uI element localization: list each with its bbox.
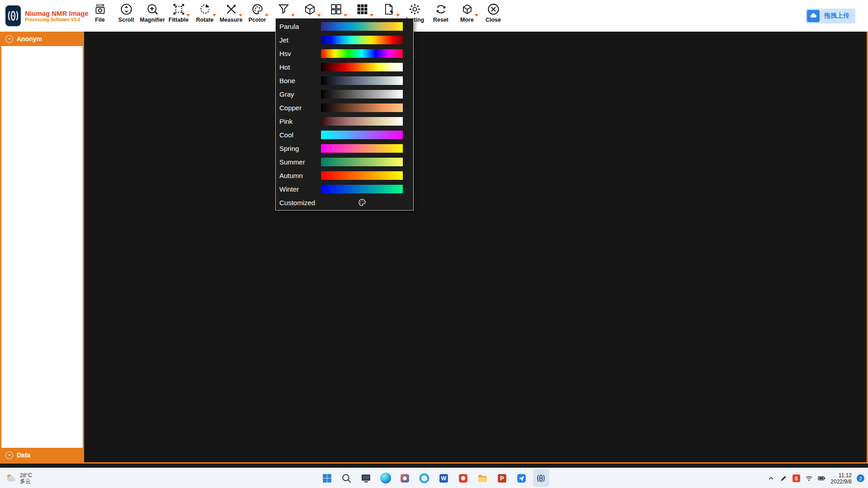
toolbar-button-label: Fittable	[169, 17, 189, 23]
colormap-gradient	[321, 22, 403, 31]
toolbar-button-label: Measure	[220, 17, 243, 23]
app-title: Niumag NMR Image	[25, 9, 89, 17]
magnifier-icon	[146, 2, 159, 16]
taskbar-app-niumag[interactable]	[533, 469, 549, 487]
colormap-item-label: Customized	[279, 199, 321, 206]
colormap-item-label: Jet	[279, 36, 321, 44]
colormap-item-hsv[interactable]: Hsv	[276, 47, 413, 60]
palette-icon	[321, 198, 403, 207]
sidebar-panel-anonym-label: Anonym	[17, 35, 42, 42]
cube-icon	[303, 2, 316, 16]
taskbar-weather[interactable]: 28°C 多云	[5, 468, 32, 488]
toolbar-button-pcolor[interactable]: Pcolor	[245, 0, 269, 32]
system-tray: S 11:12 2022/9/8 2	[767, 468, 864, 488]
colormap-item-gray[interactable]: Gray	[276, 87, 413, 101]
layout-icon	[329, 2, 343, 16]
sidebar-panel-data[interactable]: Data	[1, 448, 83, 462]
toolbar-button-close[interactable]: Close	[481, 0, 505, 32]
dcm-file-icon: DCM	[93, 2, 107, 16]
toolbar-button-label: More	[460, 17, 474, 23]
tray-ime-icon[interactable]: S	[793, 474, 800, 482]
dropdown-caret-icon	[265, 14, 269, 17]
colormap-item-jet[interactable]: Jet	[276, 33, 413, 47]
colormap-gradient	[321, 103, 403, 112]
colormap-item-summer[interactable]: Summer	[276, 155, 413, 169]
taskbar-app-folder[interactable]	[475, 469, 491, 487]
niumag-logo-icon	[5, 5, 21, 26]
tray-pen-icon[interactable]	[780, 474, 788, 482]
main-canvas	[84, 32, 867, 462]
reset-icon	[434, 2, 448, 16]
toolbar-button-scroll[interactable]: Scroll	[114, 0, 138, 32]
toolbar-button-label: Reset	[433, 17, 448, 23]
tray-battery-icon[interactable]	[818, 474, 826, 482]
toolbar-button-rotate[interactable]: Rotate	[193, 0, 217, 32]
dropdown-caret-icon	[317, 14, 321, 17]
taskbar-app-search[interactable]	[339, 469, 354, 487]
colormap-item-autumn[interactable]: Autumn	[276, 169, 413, 182]
toolbar-button-measure[interactable]: Measure	[219, 0, 243, 32]
colormap-item-winter[interactable]: Winter	[276, 182, 413, 196]
toolbar-button-label: Rotate	[196, 17, 214, 23]
colormap-item-parula[interactable]: Parula	[276, 19, 413, 33]
notification-badge[interactable]: 2	[857, 474, 864, 482]
taskbar-app-utility[interactable]	[397, 469, 413, 487]
setting-icon	[408, 2, 421, 16]
colormap-item-customized[interactable]: Customized	[276, 196, 413, 209]
toolbar-button-fittable[interactable]: Fittable	[166, 0, 191, 32]
rotate-icon	[198, 2, 212, 16]
dropdown-caret-icon	[344, 14, 347, 17]
taskbar-app-circle-app[interactable]	[417, 469, 432, 487]
colormap-gradient	[321, 76, 403, 85]
taskbar-app-explorer[interactable]	[359, 469, 374, 487]
taskbar-clock[interactable]: 11:12 2022/9/8	[830, 472, 852, 485]
tray-chevron-up-icon[interactable]	[767, 474, 775, 482]
taskbar-app-blue-app[interactable]	[514, 469, 529, 487]
taskbar-app-edge[interactable]	[378, 469, 393, 487]
toolbar-button-more[interactable]: More	[455, 0, 479, 32]
clock-time: 11:12	[830, 472, 852, 479]
colormap-gradient	[321, 171, 403, 180]
colormap-item-hot[interactable]: Hot	[276, 60, 413, 74]
toolbar-button-label: Scroll	[118, 17, 134, 23]
colormap-item-bone[interactable]: Bone	[276, 74, 413, 87]
colormap-gradient	[321, 158, 403, 166]
app-title-block: Niumag NMR Image Processing Software V3.…	[25, 9, 89, 23]
taskbar-app-word[interactable]: W	[436, 469, 452, 487]
colormap-item-label: Summer	[279, 158, 321, 166]
weather-texts: 28°C 多云	[20, 473, 32, 484]
taskbar-app-start[interactable]	[320, 469, 335, 487]
colormap-item-label: Copper	[279, 104, 321, 112]
colormap-item-copper[interactable]: Copper	[276, 101, 413, 114]
colormap-item-label: Bone	[279, 77, 321, 84]
dropdown-caret-icon	[475, 14, 478, 17]
tray-wifi-icon[interactable]	[805, 474, 813, 482]
colormap-item-label: Hsv	[279, 50, 321, 57]
colormap-item-cool[interactable]: Cool	[276, 128, 413, 141]
fittable-icon	[172, 2, 185, 16]
colormap-gradient	[321, 90, 403, 99]
toolbar-button-reset[interactable]: Reset	[429, 0, 453, 32]
close-icon	[486, 2, 500, 16]
toolbar-button-label: Magnifier	[140, 17, 165, 23]
dropdown-caret-icon	[370, 14, 373, 17]
toolbar-button-file[interactable]: DCMFile	[88, 0, 112, 32]
grid-icon	[355, 2, 369, 16]
toolbar-button-magnifier[interactable]: Magnifier	[140, 0, 165, 32]
taskbar-app-red-app[interactable]	[456, 469, 471, 487]
sidebar-panel-anonym[interactable]: Anonym	[1, 32, 83, 46]
dropdown-caret-icon	[212, 14, 216, 17]
colormap-item-spring[interactable]: Spring	[276, 141, 413, 155]
svg-text:P: P	[500, 475, 504, 482]
workspace: Anonym Data	[0, 32, 868, 464]
colormap-item-pink[interactable]: Pink	[276, 114, 413, 128]
chevron-up-circle-icon	[5, 35, 13, 43]
drag-upload-button[interactable]: 拖拽上传	[806, 9, 855, 23]
chevron-down-circle-icon	[5, 451, 13, 459]
weather-icon	[5, 472, 17, 485]
dropdown-caret-icon	[396, 14, 400, 17]
taskbar-app-powerpoint[interactable]: P	[495, 469, 510, 487]
toolbar-button-label: Pcolor	[249, 17, 266, 23]
taskbar: 28°C 多云 WP S 11:12 2022/9/8	[0, 468, 868, 488]
colormap-item-label: Pink	[279, 117, 321, 125]
